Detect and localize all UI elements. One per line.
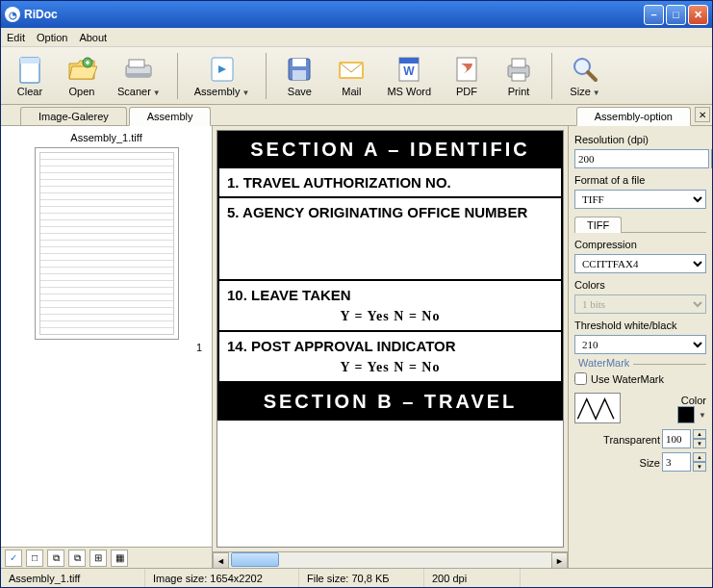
threshold-label: Threshold white/black <box>574 320 706 331</box>
menu-edit[interactable]: Edit <box>7 32 25 43</box>
chevron-down-icon: ▼ <box>242 89 249 97</box>
open-button[interactable]: Open <box>59 51 105 100</box>
status-filename: Assembly_1.tiff <box>1 569 145 587</box>
scaner-button[interactable]: Scaner▼ <box>111 51 167 100</box>
close-button[interactable]: ✕ <box>688 5 708 25</box>
scroll-right-button[interactable]: ► <box>551 552 568 568</box>
use-watermark-checkbox[interactable] <box>574 372 587 385</box>
statusbar: Assembly_1.tiff Image size: 1654x2202 Fi… <box>1 568 712 587</box>
save-icon <box>284 54 315 85</box>
mail-button[interactable]: Mail <box>328 51 374 100</box>
pdf-icon <box>451 54 482 85</box>
close-panel-button[interactable]: ✕ <box>695 107 710 122</box>
color-label: Color <box>677 395 706 406</box>
grid-icon[interactable]: ⊞ <box>89 550 107 567</box>
toolbar-separator <box>177 53 178 99</box>
doc-field-10: 10. LEAVE TAKEN Y = Yes N = No <box>217 281 563 332</box>
svg-line-21 <box>588 72 596 80</box>
document-viewport[interactable]: SECTION A – IDENTIFIC 1. TRAVEL AUTHORIZ… <box>216 130 564 548</box>
tile-icon[interactable]: ▦ <box>111 550 128 567</box>
spin-up-button[interactable]: ▲ <box>693 452 706 462</box>
thumbnail-pane: Assembly_1.tiff 1 ✓ □ ⧉ ⧉ ⊞ ▦ <box>1 126 213 568</box>
maximize-button[interactable]: □ <box>666 5 686 25</box>
menu-about[interactable]: About <box>79 32 107 43</box>
clear-icon <box>14 54 45 85</box>
color-swatch[interactable] <box>677 406 695 423</box>
chevron-down-icon: ▼ <box>153 89 161 97</box>
tab-assembly[interactable]: Assembly <box>129 107 212 126</box>
doc-field-1: 1. TRAVEL AUTHORIZATION NO. <box>217 168 563 198</box>
svg-text:W: W <box>404 64 416 78</box>
window-title: RiDoc <box>24 8 644 21</box>
copy-icon[interactable]: ⧉ <box>47 550 64 567</box>
resolution-browse-button[interactable]: … <box>711 149 712 168</box>
size-button[interactable]: Size▼ <box>562 51 608 100</box>
document-pane: SECTION A – IDENTIFIC 1. TRAVEL AUTHORIZ… <box>213 126 568 568</box>
thumbnail-title: Assembly_1.tiff <box>7 132 206 143</box>
print-icon <box>503 54 534 85</box>
thumbnail-image[interactable] <box>35 147 179 340</box>
size-input[interactable] <box>662 452 691 472</box>
minimize-button[interactable]: – <box>644 5 664 25</box>
layers-icon[interactable]: ⧉ <box>68 550 86 567</box>
magnifier-icon <box>570 54 600 85</box>
watermark-preview <box>574 393 621 423</box>
select-icon[interactable]: □ <box>26 550 43 567</box>
save-button[interactable]: Save <box>276 51 322 100</box>
format-select[interactable]: TIFF <box>574 190 706 209</box>
tab-image-gallery[interactable]: Image-Galerey <box>20 107 127 125</box>
toolbar-separator <box>551 53 552 99</box>
msword-button[interactable]: W MS Word <box>380 51 438 100</box>
compression-select[interactable]: CCITTFAX4 <box>574 254 706 273</box>
threshold-select[interactable]: 210 <box>574 335 706 354</box>
print-button[interactable]: Print <box>496 51 542 100</box>
horizontal-scrollbar[interactable]: ◄ ► <box>213 551 568 568</box>
tab-row: Image-Galerey Assembly Assembly-option ✕ <box>1 105 712 126</box>
svg-rect-1 <box>20 58 39 64</box>
use-watermark-label: Use WaterMark <box>591 373 664 385</box>
doc-section-b-header: SECTION B – TRAVEL <box>217 383 563 421</box>
spin-up-button[interactable]: ▲ <box>693 429 706 439</box>
open-icon <box>66 54 97 85</box>
scroll-thumb[interactable] <box>231 552 279 567</box>
status-dpi: 200 dpi <box>424 569 521 587</box>
svg-rect-19 <box>512 73 525 81</box>
transparent-input[interactable] <box>662 429 691 448</box>
thumbnail-toolbar: ✓ □ ⧉ ⧉ ⊞ ▦ <box>1 547 212 568</box>
tab-assembly-option[interactable]: Assembly-option <box>576 107 691 126</box>
scroll-left-button[interactable]: ◄ <box>213 552 229 568</box>
titlebar: ◔ RiDoc – □ ✕ <box>1 1 712 28</box>
check-icon[interactable]: ✓ <box>5 550 22 567</box>
svg-rect-9 <box>293 59 306 66</box>
compression-label: Compression <box>574 239 706 250</box>
spin-down-button[interactable]: ▼ <box>693 462 706 472</box>
doc-field-5: 5. AGENCY ORIGINATING OFFICE NUMBER <box>217 198 563 281</box>
toolbar-separator <box>266 53 267 99</box>
format-label: Format of a file <box>574 174 706 186</box>
watermark-header: WaterMark <box>574 357 633 369</box>
options-pane: Resolution (dpi) … Format of a file TIFF… <box>568 126 712 568</box>
menubar: Edit Option About <box>1 28 712 47</box>
app-icon: ◔ <box>5 7 20 22</box>
menu-option[interactable]: Option <box>37 32 67 43</box>
colors-select: 1 bits <box>574 294 706 314</box>
status-filesize: File size: 70,8 KБ <box>299 569 424 587</box>
resolution-input[interactable] <box>574 149 709 168</box>
chevron-down-icon[interactable]: ▼ <box>699 411 706 420</box>
mail-icon <box>336 54 367 85</box>
resolution-label: Resolution (dpi) <box>574 134 706 145</box>
transparent-label: Transparent <box>603 434 660 446</box>
svg-rect-10 <box>293 70 306 80</box>
chevron-down-icon: ▼ <box>593 89 600 97</box>
toolbar: Clear Open Scaner▼ Assembly▼ Save Mail W… <box>1 47 712 105</box>
scanner-icon <box>123 54 154 85</box>
pdf-button[interactable]: PDF <box>444 51 490 100</box>
clear-button[interactable]: Clear <box>7 51 53 100</box>
doc-field-14: 14. POST APPROVAL INDICATOR Y = Yes N = … <box>217 332 563 383</box>
subtab-tiff[interactable]: TIFF <box>574 217 622 233</box>
thumbnail-index: 1 <box>7 342 206 353</box>
spin-down-button[interactable]: ▼ <box>693 439 706 448</box>
size-label: Size <box>640 457 660 469</box>
assembly-button[interactable]: Assembly▼ <box>188 51 257 100</box>
svg-rect-4 <box>129 60 144 67</box>
